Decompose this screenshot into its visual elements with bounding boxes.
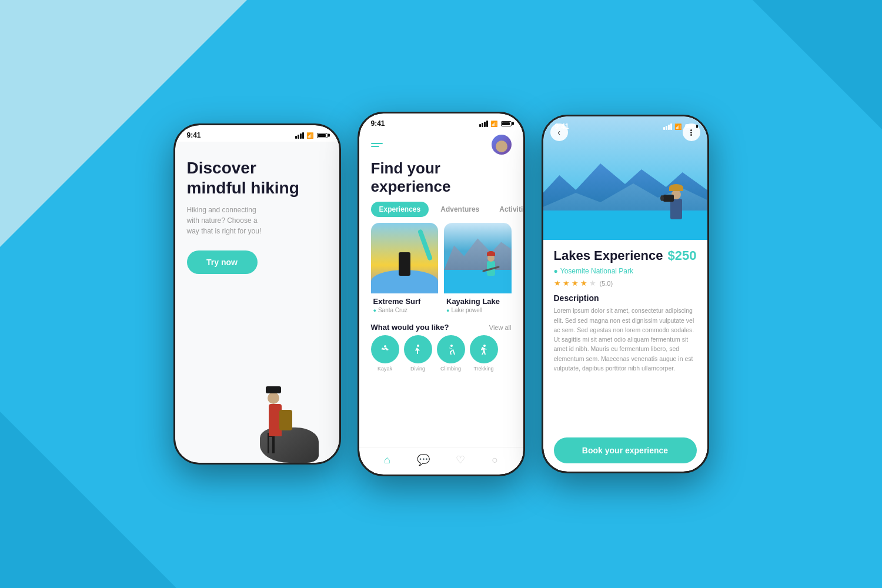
signal-bar xyxy=(298,135,299,139)
phone2-header xyxy=(359,130,523,159)
avatar[interactable] xyxy=(492,135,512,155)
status-icons-1: 📶 xyxy=(295,132,328,139)
view-all-link[interactable]: View all xyxy=(489,324,512,331)
card-info-kayak: Kayaking Lake ● Lake powell xyxy=(444,293,512,313)
phone1-title: Discover mindful hiking xyxy=(187,158,328,198)
card-name-kayak: Kayaking Lake xyxy=(446,297,509,306)
signal-bars-2 xyxy=(479,121,488,127)
kayak-hair xyxy=(487,251,495,256)
activity-label-kayak: Kayak xyxy=(377,366,392,372)
surf-person xyxy=(399,252,410,276)
card-location-kayak: ● Lake powell xyxy=(446,307,509,313)
activity-circle-climbing xyxy=(437,335,465,363)
nav-home-icon[interactable]: ⌂ xyxy=(384,454,390,466)
photographer-illustration xyxy=(663,178,696,219)
phone-1-screen: 9:41 📶 Discover min xyxy=(175,125,339,463)
signal-bar xyxy=(484,122,486,127)
kayak-person xyxy=(482,249,500,276)
nav-chat-icon[interactable]: 💬 xyxy=(417,453,430,466)
what-label: What would you like? xyxy=(371,323,449,332)
hiker-backpack xyxy=(279,410,292,430)
activity-diving[interactable]: Diving xyxy=(404,335,432,372)
phone-2-screen: 9:41 📶 xyxy=(359,113,523,475)
kayak-mountains xyxy=(444,235,512,270)
status-icons-2: 📶 xyxy=(479,121,512,127)
activity-label-diving: Diving xyxy=(410,366,425,372)
signal-bar xyxy=(302,132,304,139)
wifi-icon: 📶 xyxy=(490,121,497,127)
tab-experiences[interactable]: Experiences xyxy=(371,202,429,217)
battery-icon xyxy=(685,124,696,129)
hamburger-line xyxy=(371,143,383,144)
card-extreme-surf: Extreme Surf ● Santa Cruz xyxy=(371,223,439,313)
bg-shape-bottom-left xyxy=(0,412,176,588)
climbing-icon xyxy=(444,342,458,356)
nav-search-icon[interactable]: ○ xyxy=(492,454,498,466)
description-label: Description xyxy=(554,293,697,303)
status-bar-1: 9:41 📶 xyxy=(175,125,339,142)
activity-circle-trekking xyxy=(470,335,498,363)
book-button[interactable]: Book your experience xyxy=(554,437,697,463)
wifi-icon: 📶 xyxy=(674,123,681,130)
activity-climbing[interactable]: Climbing xyxy=(437,335,465,372)
wifi-icon: 📶 xyxy=(306,132,313,139)
trekking-icon xyxy=(477,342,491,356)
phone2-title: Find your experience xyxy=(371,159,512,196)
kayak-icon xyxy=(378,342,392,356)
signal-bars-1 xyxy=(295,132,304,139)
hiker-figure xyxy=(248,275,339,463)
ph-hat xyxy=(669,184,683,191)
surf-board xyxy=(417,229,433,261)
activity-kayak[interactable]: Kayak xyxy=(371,335,399,372)
activities-row: Kayak Diving Climb xyxy=(359,335,523,376)
card-name-surf: Extreme Surf xyxy=(373,297,436,306)
hamburger-line xyxy=(371,146,379,147)
status-time-1: 9:41 xyxy=(187,131,201,139)
tab-adventures[interactable]: Adventures xyxy=(432,202,487,217)
star-5: ★ xyxy=(589,279,596,288)
phone2-title-section: Find your experience xyxy=(359,159,523,202)
signal-bar xyxy=(482,123,483,127)
hiker-illustration xyxy=(245,263,339,463)
status-bar-2: 9:41 📶 xyxy=(359,113,523,130)
location-pin-icon: ● xyxy=(446,308,449,313)
detail-location-text: Yosemite National Park xyxy=(560,267,633,275)
tab-activities[interactable]: Activities xyxy=(491,202,523,217)
bg-shape-top-right xyxy=(753,0,882,129)
signal-bar xyxy=(670,123,672,130)
cards-row: Extreme Surf ● Santa Cruz xyxy=(359,223,523,319)
phones-container: 9:41 📶 Discover min xyxy=(173,112,709,476)
activity-circle-kayak xyxy=(371,335,399,363)
activity-label-trekking: Trekking xyxy=(473,366,493,372)
detail-header: Lakes Experience $250 xyxy=(554,248,697,263)
detail-price: $250 xyxy=(668,248,697,263)
phone1-content: Discover mindful hiking Hiking and conne… xyxy=(175,142,339,463)
rating-text: (5.0) xyxy=(600,280,613,287)
what-row: What would you like? View all xyxy=(359,319,523,335)
signal-bars-3 xyxy=(663,123,672,130)
signal-bar xyxy=(295,136,297,139)
hiker-head xyxy=(268,392,279,404)
phone-3: 9:41 📶 xyxy=(542,115,709,473)
star-1: ★ xyxy=(554,279,561,288)
card-kayaking-lake: Kayaking Lake ● Lake powell xyxy=(444,223,512,313)
status-time-2: 9:41 xyxy=(371,119,385,128)
hamburger-menu-icon[interactable] xyxy=(371,143,383,147)
signal-bar xyxy=(668,125,670,130)
card-location-surf: ● Santa Cruz xyxy=(373,307,436,313)
location-pin-icon: ● xyxy=(554,267,558,275)
status-time-3: 9:41 xyxy=(555,122,569,131)
ph-lens xyxy=(660,195,664,201)
card-info-surf: Extreme Surf ● Santa Cruz xyxy=(371,293,439,313)
nav-heart-icon[interactable]: ♡ xyxy=(456,453,465,466)
phone3-content: Lakes Experience $250 ● Yosemite Nationa… xyxy=(543,240,707,472)
activity-label-climbing: Climbing xyxy=(440,366,461,372)
activity-trekking[interactable]: Trekking xyxy=(470,335,498,372)
phone-3-screen: 9:41 📶 xyxy=(543,116,707,472)
bottom-nav: ⌂ 💬 ♡ ○ xyxy=(359,447,523,475)
kayak-head xyxy=(487,255,495,262)
signal-bar xyxy=(300,133,302,139)
battery-icon xyxy=(317,133,328,138)
kayak-water xyxy=(444,270,512,293)
hiker-hat xyxy=(266,386,281,393)
